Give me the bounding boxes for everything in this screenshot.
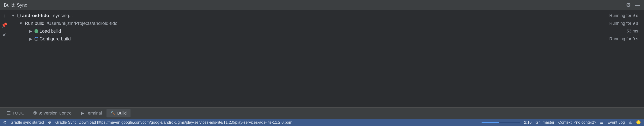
context-label: Context: <no context> [558,120,596,125]
gradle-sync-icon: ⚙ [48,120,51,125]
left-gutter: ↕ 📌 ✕ [0,10,8,107]
tree-row-left-2: ▶ Load build [28,28,61,34]
status-spin-3 [34,37,38,41]
tree-row-run-build: ▼ Run build /Users/nkjzm/Projects/androi… [8,19,644,27]
gradle-sync-status: Gradle sync started [10,120,44,125]
title-bar: Build: Sync ⚙ — [0,0,644,10]
tree-row-left: ▼ android-fido: syncing... [10,13,73,18]
gradle-icon: ⚙ [3,120,6,125]
expand-arrow-3[interactable]: ▶ [28,37,33,41]
warning-icon: ⚠ [629,120,632,125]
status-text-2: 53 ms [626,29,644,34]
tree-row-inner-2: ▶ Load build 53 ms [28,28,644,34]
face-icon: 🙂 [636,120,641,125]
gradle-sync-detail: Gradle Sync: Download https://maven.goog… [55,120,292,125]
window-title: Build: Sync [4,2,27,8]
tab-version-control[interactable]: ⑨ 9: Version Control [29,109,76,117]
status-bar-right: 2:10 Git: master Context: <no context> ☰… [482,120,641,125]
progress-bar-fill [482,122,499,123]
tab-vc-label: 9: Version Control [38,111,72,116]
vc-icon: ⑨ [33,111,37,116]
tab-build[interactable]: 🔨 Build [106,109,130,117]
item-label-3: Configure build [40,36,71,42]
tab-todo-label: TODO [12,111,24,116]
event-log-label[interactable]: Event Log [608,120,625,125]
status-text-3: Running for 9 s [609,36,644,41]
todo-icon: ☰ [7,111,11,116]
terminal-icon: ▶ [81,111,84,116]
item-detail-0: syncing... [53,13,73,18]
tab-terminal[interactable]: ▶ Terminal [77,109,106,117]
build-content: ▼ android-fido: syncing... Running for 9… [8,10,644,107]
tree-row-inner-1: ▼ Run build /Users/nkjzm/Projects/androi… [18,21,644,26]
item-detail-1: /Users/nkjzm/Projects/android-fido [47,21,117,26]
expand-arrow-2[interactable]: ▶ [28,29,33,33]
tree-row-android-fido: ▼ android-fido: syncing... Running for 9… [8,12,644,19]
tree-row-left-3: ▶ Configure build [28,36,71,42]
tree-row-inner: ▼ android-fido: syncing... Running for 9… [10,13,644,18]
gear-icon[interactable]: ⚙ [626,2,631,8]
tab-todo[interactable]: ☰ TODO [3,109,28,117]
cursor-position: 2:10 [524,120,532,125]
status-bar-left: ⚙ Gradle sync started ⚙ Gradle Sync: Dow… [3,120,292,125]
item-label-0: android-fido: [22,13,52,18]
item-label-2: Load build [40,28,61,34]
scroll-icon[interactable]: ↕ [1,12,8,19]
build-icon: 🔨 [110,111,116,116]
status-text-0: Running for 9 s [609,13,644,18]
tree-row-configure-build: ▶ Configure build Running for 9 s [8,35,644,43]
title-bar-left: Build: Sync [4,2,27,8]
pin-icon[interactable]: 📌 [1,22,8,29]
minimize-icon[interactable]: — [635,2,640,8]
main-area: ↕ 📌 ✕ ▼ android-fido: syncing... Running… [0,10,644,107]
status-bar: ⚙ Gradle sync started ⚙ Gradle Sync: Dow… [0,119,644,126]
tree-row-left-1: ▼ Run build /Users/nkjzm/Projects/androi… [18,21,118,26]
bottom-toolbar: ☰ TODO ⑨ 9: Version Control ▶ Terminal 🔨… [0,107,644,119]
event-log-icon: ☰ [600,120,604,125]
git-branch[interactable]: Git: master [536,120,554,125]
tree-row-load-build: ▶ Load build 53 ms [8,27,644,35]
tab-build-label: Build [117,111,127,116]
expand-arrow-0[interactable]: ▼ [10,13,16,18]
close-icon[interactable]: ✕ [1,32,8,38]
expand-arrow-1[interactable]: ▼ [18,21,24,26]
title-bar-right: ⚙ — [626,2,640,8]
tree-row-inner-3: ▶ Configure build Running for 9 s [28,36,644,42]
status-green-2 [34,29,38,33]
status-text-1: Running for 9 s [609,21,644,26]
item-label-1: Run build [25,21,44,26]
status-spin-0 [17,14,21,18]
tab-terminal-label: Terminal [86,111,102,116]
progress-bar [482,122,520,123]
